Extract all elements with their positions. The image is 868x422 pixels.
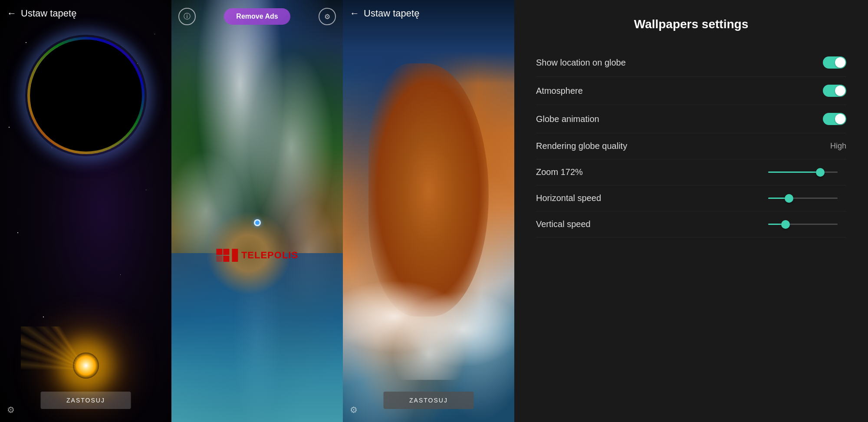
info-button[interactable]: ⓘ [178, 8, 196, 25]
earth-australia-view [343, 0, 514, 422]
toggle-track-atmosphere [823, 85, 846, 97]
back-button[interactable]: ← [7, 8, 16, 19]
zoom-slider-thumb[interactable] [816, 168, 825, 177]
zoom-slider-container [768, 171, 846, 173]
settings-button-middle[interactable]: ⚙ [319, 8, 336, 25]
setting-atmosphere: Atmosphere [536, 77, 846, 105]
australia-clouds [343, 253, 514, 380]
toggle-thumb-globe-animation [835, 114, 845, 124]
earth-europe-view [171, 0, 343, 422]
back-button-right[interactable]: ← [350, 8, 359, 19]
telepolis-text: TELEPOLIS [241, 250, 298, 261]
vertical-speed-slider-container [768, 224, 846, 225]
logo-block-2 [223, 249, 229, 255]
toggle-thumb-show-location [835, 57, 845, 68]
rendering-quality-value[interactable]: High [830, 142, 846, 151]
horizontal-speed-slider-track [768, 198, 838, 199]
setting-vertical-speed: Vertical speed [536, 211, 846, 237]
logo-blocks [216, 249, 229, 262]
setting-show-location: Show location on globe [536, 49, 846, 77]
setting-horizontal-speed: Horizontal speed [536, 185, 846, 211]
settings-title: Wallpapers settings [536, 17, 846, 31]
horizontal-speed-label: Horizontal speed [536, 193, 601, 203]
panel-middle: ⓘ Remove Ads ⚙ TELEPOLIS [171, 0, 343, 422]
toggle-thumb-atmosphere [835, 86, 845, 96]
remove-ads-button[interactable]: Remove Ads [224, 8, 290, 25]
toggle-track-globe-animation [823, 113, 846, 125]
panel-right-earth-title: Ustaw tapetę [364, 8, 419, 19]
logo-bar [232, 249, 238, 262]
logo-block-1 [216, 249, 222, 255]
location-marker [254, 219, 261, 226]
setting-globe-animation: Globe animation [536, 105, 846, 133]
toggle-track-show-location [823, 56, 846, 69]
rainbow-edge [27, 37, 145, 154]
zoom-slider-fill [768, 171, 820, 173]
panel-left-title: Ustaw tapetę [21, 8, 76, 19]
panel-left: ← Ustaw tapetę ZASTOSUJ ⚙ [0, 0, 171, 422]
apply-button-left[interactable]: ZASTOSUJ [40, 392, 131, 409]
setting-rendering-quality: Rendering globe quality High [536, 133, 846, 159]
horizontal-speed-slider-container [768, 198, 846, 199]
atmosphere-label: Atmosphere [536, 86, 583, 96]
vertical-speed-slider-thumb[interactable] [781, 220, 790, 229]
globe-animation-toggle[interactable] [823, 113, 846, 125]
show-location-label: Show location on globe [536, 58, 626, 68]
logo-block-4 [223, 256, 229, 262]
setting-zoom: Zoom 172% [536, 159, 846, 185]
globe-animation-label: Globe animation [536, 114, 599, 124]
panel-left-header: ← Ustaw tapetę [0, 0, 171, 27]
apply-button-right[interactable]: ZASTOSUJ [383, 392, 474, 409]
sun-core [73, 353, 99, 379]
panel-middle-header: ⓘ Remove Ads ⚙ [171, 0, 343, 33]
vertical-speed-label: Vertical speed [536, 219, 591, 229]
rendering-quality-label: Rendering globe quality [536, 141, 627, 151]
panel-right-earth: ← Ustaw tapetę ZASTOSUJ ⚙ [343, 0, 514, 422]
settings-icon-left[interactable]: ⚙ [7, 405, 15, 415]
panel-right-earth-header: ← Ustaw tapetę [343, 0, 514, 27]
atmosphere-toggle[interactable] [823, 85, 846, 97]
sun-flare [43, 292, 129, 379]
zoom-slider-track [768, 171, 838, 173]
settings-panel: Wallpapers settings Show location on glo… [514, 0, 868, 422]
logo-block-3 [216, 256, 222, 262]
telepolis-watermark: TELEPOLIS [216, 249, 298, 262]
globe-left [25, 35, 147, 156]
vertical-speed-slider-track [768, 224, 838, 225]
horizontal-speed-slider-thumb[interactable] [785, 194, 793, 203]
telepolis-logo-icon [216, 249, 238, 262]
settings-icon-right[interactable]: ⚙ [350, 405, 358, 415]
show-location-toggle[interactable] [823, 56, 846, 69]
zoom-label: Zoom 172% [536, 167, 583, 177]
gear-icon-middle: ⚙ [324, 13, 330, 21]
info-icon: ⓘ [184, 12, 191, 21]
